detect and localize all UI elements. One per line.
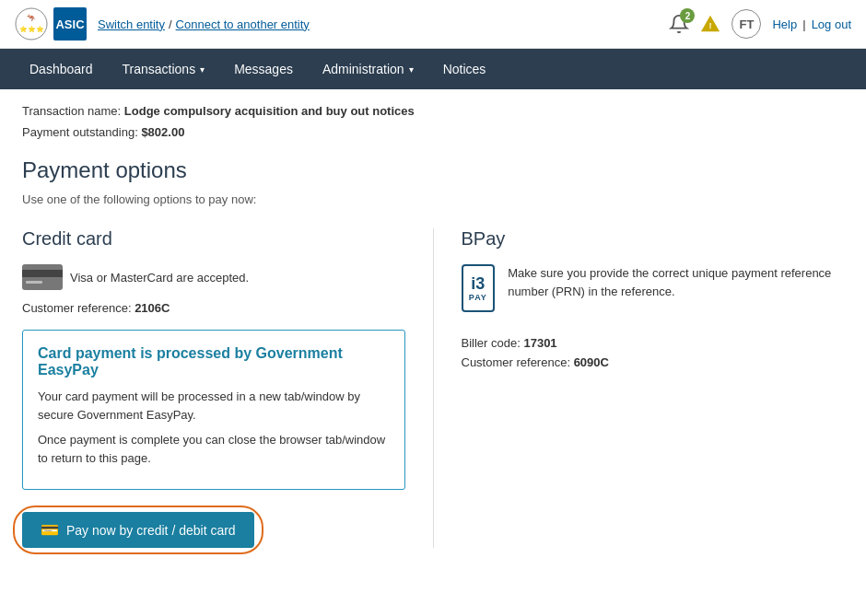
svg-text:!: ! (709, 21, 712, 30)
chevron-down-icon: ▾ (200, 64, 205, 75)
page-content: Transaction name: Lodge compulsory acqui… (0, 89, 866, 563)
easypay-text1: Your card payment will be processed in a… (38, 388, 390, 424)
coat-of-arms-icon: 🦘 ⭐⭐⭐ (15, 7, 48, 41)
credit-card-title: Credit card (22, 228, 405, 250)
svg-text:🦘: 🦘 (27, 13, 36, 22)
biller-code-label: Biller code: (462, 336, 521, 350)
outstanding-label: Payment outstanding: (22, 125, 138, 139)
nav-notices[interactable]: Notices (428, 49, 501, 89)
bpay-section: BPay i3 PAY Make sure you provide the co… (462, 228, 845, 548)
bpay-title: BPay (462, 228, 845, 250)
svg-text:⭐⭐⭐: ⭐⭐⭐ (19, 25, 44, 33)
separator: / (169, 17, 172, 31)
bpay-logo-pay: PAY (469, 294, 487, 302)
bpay-top: i3 PAY Make sure you provide the correct… (462, 264, 845, 323)
easypay-text2: Once payment is complete you can close t… (38, 431, 390, 467)
asic-logo: ASIC (53, 7, 87, 41)
nav-messages[interactable]: Messages (219, 49, 308, 89)
svg-rect-5 (22, 270, 63, 277)
card-accepted-text: Visa or MasterCard are accepted. (70, 271, 249, 285)
top-bar: 🦘 ⭐⭐⭐ ASIC Switch entity / Connect to an… (0, 0, 866, 49)
pay-credit-card-button[interactable]: 💳 Pay now by credit / debit card (22, 512, 254, 548)
credit-card-customer-ref: Customer reference: 2106C (22, 301, 405, 315)
help-logout-links: Help | Log out (772, 17, 851, 31)
connect-entity-link[interactable]: Connect to another entity (176, 17, 310, 31)
bpay-logo: i3 PAY (462, 264, 496, 312)
page-subtitle: Use one of the following options to pay … (22, 192, 844, 206)
bpay-ref-label: Customer reference: (462, 355, 571, 369)
transaction-name-label: Transaction name: (22, 104, 121, 118)
warning-icon[interactable]: ! (700, 14, 720, 34)
outstanding-value: $802.00 (141, 125, 184, 139)
notifications-icon[interactable]: 2 (669, 14, 689, 34)
top-bar-left: 🦘 ⭐⭐⭐ ASIC Switch entity / Connect to an… (15, 7, 310, 41)
page-title: Payment options (22, 157, 844, 183)
bpay-logo-number: i3 (471, 275, 485, 292)
pay-button-wrapper: 💳 Pay now by credit / debit card (22, 512, 254, 548)
nav-transactions[interactable]: Transactions ▾ (108, 49, 220, 89)
bpay-ref-value: 6090C (574, 355, 609, 369)
credit-card-icon (22, 264, 63, 290)
payment-columns: Credit card Visa or MasterCard are accep… (22, 228, 844, 548)
credit-card-section: Credit card Visa or MasterCard are accep… (22, 228, 405, 548)
nav-dashboard[interactable]: Dashboard (15, 49, 108, 89)
bpay-biller-code: Biller code: 17301 (462, 336, 845, 350)
chevron-down-icon: ▾ (409, 64, 414, 75)
bpay-customer-ref: Customer reference: 6090C (462, 355, 845, 369)
nav-administration[interactable]: Administration ▾ (308, 49, 428, 89)
easypay-info-box: Card payment is processed by Government … (22, 330, 405, 490)
column-divider (433, 228, 434, 548)
easypay-title: Card payment is processed by Government … (38, 345, 390, 378)
link-separator: | (802, 17, 805, 31)
notification-badge: 2 (680, 8, 695, 23)
top-bar-right: 2 ! FT Help | Log out (669, 9, 851, 39)
help-link[interactable]: Help (772, 17, 797, 31)
biller-code-value: 17301 (523, 336, 556, 350)
payment-outstanding-row: Payment outstanding: $802.00 (22, 125, 844, 139)
bpay-description: Make sure you provide the correct unique… (508, 264, 844, 300)
logo-area: 🦘 ⭐⭐⭐ ASIC (15, 7, 87, 41)
customer-ref-label: Customer reference: (22, 301, 132, 315)
card-icon: 💳 (41, 521, 59, 539)
switch-entity-link[interactable]: Switch entity (98, 17, 165, 31)
user-avatar[interactable]: FT (731, 9, 761, 39)
transaction-name-value: Lodge compulsory acquisition and buy out… (124, 104, 415, 118)
top-links: Switch entity / Connect to another entit… (98, 17, 310, 31)
svg-rect-6 (26, 281, 42, 284)
card-icons-row: Visa or MasterCard are accepted. (22, 264, 405, 290)
customer-ref-value: 2106C (135, 301, 170, 315)
transaction-name-row: Transaction name: Lodge compulsory acqui… (22, 104, 844, 118)
main-nav: Dashboard Transactions ▾ Messages Admini… (0, 49, 866, 89)
pay-button-label: Pay now by credit / debit card (66, 523, 236, 538)
logout-link[interactable]: Log out (812, 17, 851, 31)
